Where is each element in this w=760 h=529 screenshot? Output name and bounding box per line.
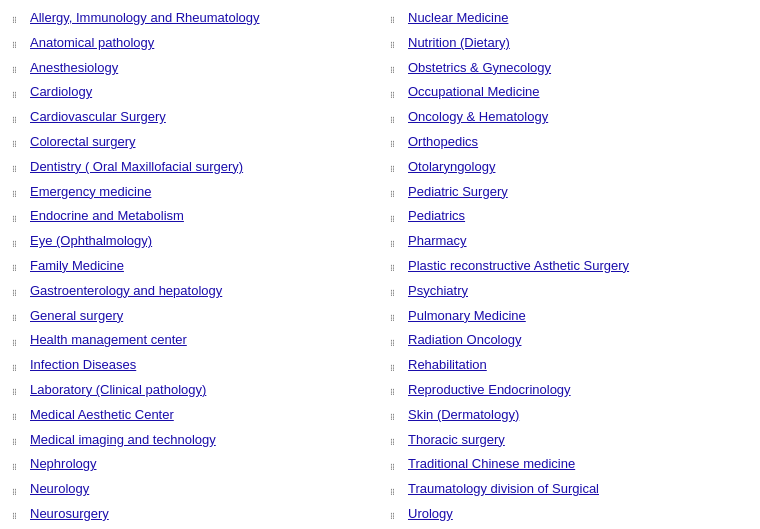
- grid-icon: [12, 136, 24, 148]
- department-link[interactable]: Traumatology division of Surgical: [408, 479, 599, 500]
- list-item: Neurosurgery: [12, 504, 370, 525]
- grid-icon: [12, 161, 24, 173]
- department-link[interactable]: Anesthesiology: [30, 58, 118, 79]
- list-item: General surgery: [12, 306, 370, 327]
- list-item: Otolaryngology: [390, 157, 748, 178]
- department-link[interactable]: Plastic reconstructive Asthetic Surgery: [408, 256, 629, 277]
- list-item: Pharmacy: [390, 231, 748, 252]
- grid-icon: [390, 161, 402, 173]
- list-item: Endocrine and Metabolism: [12, 206, 370, 227]
- department-link[interactable]: Cardiology: [30, 82, 92, 103]
- department-link[interactable]: General surgery: [30, 306, 123, 327]
- grid-icon: [12, 37, 24, 49]
- grid-icon: [12, 112, 24, 124]
- list-item: Nutrition (Dietary): [390, 33, 748, 54]
- list-item: Traumatology division of Surgical: [390, 479, 748, 500]
- grid-icon: [12, 409, 24, 421]
- grid-icon: [390, 434, 402, 446]
- grid-icon: [390, 87, 402, 99]
- department-link[interactable]: Psychiatry: [408, 281, 468, 302]
- list-item: Traditional Chinese medicine: [390, 454, 748, 475]
- department-link[interactable]: Pulmonary Medicine: [408, 306, 526, 327]
- grid-icon: [12, 211, 24, 223]
- department-link[interactable]: Medical imaging and technology: [30, 430, 216, 451]
- list-item: Laboratory (Clinical pathology): [12, 380, 370, 401]
- list-item: Colorectal surgery: [12, 132, 370, 153]
- department-link[interactable]: Laboratory (Clinical pathology): [30, 380, 206, 401]
- department-link[interactable]: Traditional Chinese medicine: [408, 454, 575, 475]
- list-item: Occupational Medicine: [390, 82, 748, 103]
- grid-icon: [12, 260, 24, 272]
- department-link[interactable]: Anatomical pathology: [30, 33, 154, 54]
- grid-icon: [12, 186, 24, 198]
- list-item: Pediatrics: [390, 206, 748, 227]
- grid-icon: [390, 37, 402, 49]
- grid-icon: [12, 87, 24, 99]
- list-item: Nephrology: [12, 454, 370, 475]
- department-link[interactable]: Nuclear Medicine: [408, 8, 508, 29]
- department-link[interactable]: Pharmacy: [408, 231, 467, 252]
- list-item: Skin (Dermatology): [390, 405, 748, 426]
- department-link[interactable]: Orthopedics: [408, 132, 478, 153]
- list-item: Anesthesiology: [12, 58, 370, 79]
- department-link[interactable]: Radiation Oncology: [408, 330, 521, 351]
- grid-icon: [390, 285, 402, 297]
- department-link[interactable]: Endocrine and Metabolism: [30, 206, 184, 227]
- list-item: Radiation Oncology: [390, 330, 748, 351]
- grid-icon: [12, 335, 24, 347]
- department-link[interactable]: Allergy, Immunology and Rheumatology: [30, 8, 260, 29]
- grid-icon: [12, 434, 24, 446]
- grid-icon: [12, 484, 24, 496]
- department-link[interactable]: Infection Diseases: [30, 355, 136, 376]
- department-link[interactable]: Thoracic surgery: [408, 430, 505, 451]
- department-link[interactable]: Neurology: [30, 479, 89, 500]
- list-item: Neurology: [12, 479, 370, 500]
- grid-icon: [12, 508, 24, 520]
- department-link[interactable]: Colorectal surgery: [30, 132, 136, 153]
- grid-icon: [390, 62, 402, 74]
- department-link[interactable]: Family Medicine: [30, 256, 124, 277]
- list-item: Medical Aesthetic Center: [12, 405, 370, 426]
- department-link[interactable]: Nutrition (Dietary): [408, 33, 510, 54]
- grid-icon: [390, 459, 402, 471]
- list-item: Eye (Ophthalmology): [12, 231, 370, 252]
- grid-icon: [390, 310, 402, 322]
- department-link[interactable]: Gastroenterology and hepatology: [30, 281, 222, 302]
- departments-container: Allergy, Immunology and RheumatologyAnat…: [12, 8, 748, 529]
- grid-icon: [12, 360, 24, 372]
- right-column: Nuclear MedicineNutrition (Dietary)Obste…: [390, 8, 748, 529]
- list-item: Dentistry ( Oral Maxillofacial surgery): [12, 157, 370, 178]
- department-link[interactable]: Pediatrics: [408, 206, 465, 227]
- list-item: Family Medicine: [12, 256, 370, 277]
- list-item: Thoracic surgery: [390, 430, 748, 451]
- department-link[interactable]: Nephrology: [30, 454, 97, 475]
- department-link[interactable]: Cardiovascular Surgery: [30, 107, 166, 128]
- list-item: Plastic reconstructive Asthetic Surgery: [390, 256, 748, 277]
- grid-icon: [12, 310, 24, 322]
- department-link[interactable]: Oncology & Hematology: [408, 107, 548, 128]
- department-link[interactable]: Neurosurgery: [30, 504, 109, 525]
- department-link[interactable]: Emergency medicine: [30, 182, 151, 203]
- list-item: Obstetrics & Gynecology: [390, 58, 748, 79]
- department-link[interactable]: Urology: [408, 504, 453, 525]
- list-item: Anatomical pathology: [12, 33, 370, 54]
- grid-icon: [390, 260, 402, 272]
- department-link[interactable]: Dentistry ( Oral Maxillofacial surgery): [30, 157, 243, 178]
- department-link[interactable]: Otolaryngology: [408, 157, 495, 178]
- department-link[interactable]: Health management center: [30, 330, 187, 351]
- department-link[interactable]: Skin (Dermatology): [408, 405, 519, 426]
- department-link[interactable]: Eye (Ophthalmology): [30, 231, 152, 252]
- grid-icon: [390, 211, 402, 223]
- department-link[interactable]: Reproductive Endocrinology: [408, 380, 571, 401]
- list-item: Rehabilitation: [390, 355, 748, 376]
- grid-icon: [390, 384, 402, 396]
- department-link[interactable]: Occupational Medicine: [408, 82, 540, 103]
- department-link[interactable]: Obstetrics & Gynecology: [408, 58, 551, 79]
- grid-icon: [12, 459, 24, 471]
- grid-icon: [12, 12, 24, 24]
- grid-icon: [390, 508, 402, 520]
- department-link[interactable]: Rehabilitation: [408, 355, 487, 376]
- department-link[interactable]: Pediatric Surgery: [408, 182, 508, 203]
- grid-icon: [390, 136, 402, 148]
- department-link[interactable]: Medical Aesthetic Center: [30, 405, 174, 426]
